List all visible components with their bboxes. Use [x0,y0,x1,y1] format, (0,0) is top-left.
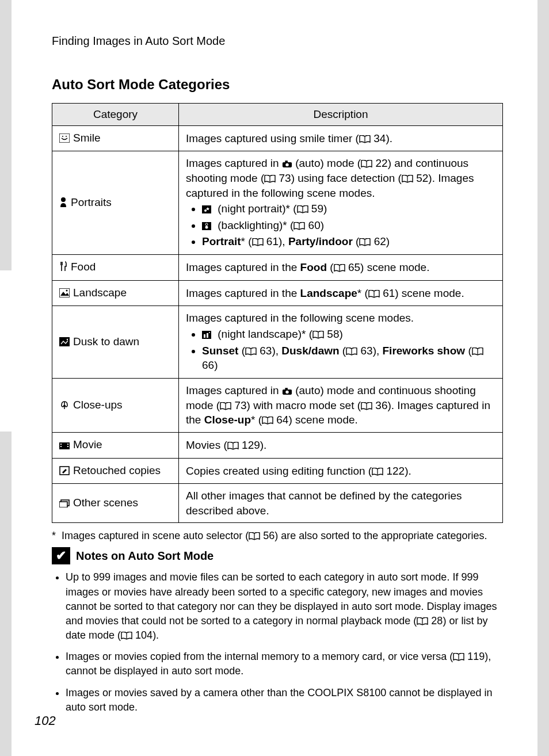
desc-dusk: Images captured in the following scene m… [179,306,503,379]
table-row: Food Images captured in the Food ( 65) s… [52,255,503,281]
cat-smile: Smile [52,125,179,151]
book-icon [293,222,305,230]
retouch-icon [59,464,70,479]
portrait-icon [59,196,67,211]
table-row: Dusk to dawn Images captured in the foll… [52,306,503,379]
book-icon [264,175,276,183]
desc-closeups: Images captured in (auto) mode and conti… [179,378,503,432]
svg-point-9 [204,209,207,212]
cat-portraits: Portraits [52,151,179,255]
book-icon [359,135,371,143]
list-item: Portrait* ( 61), Party/indoor ( 62) [202,234,495,249]
footnote: * Images captured in scene auto selector… [52,529,503,543]
notes-title: Notes on Auto Sort Mode [76,549,214,563]
section-title: Auto Sort Mode Categories [52,77,503,93]
cat-dusk: Dusk to dawn [52,306,179,379]
cat-food: Food [52,255,179,281]
book-icon [472,348,483,356]
landscape-icon [59,287,70,301]
camera-icon [282,161,292,168]
svg-rect-8 [202,205,211,213]
desc-other: All other images that cannot be defined … [179,484,503,523]
table-row: Smile Images captured using smile timer … [52,125,503,151]
svg-rect-19 [207,333,208,338]
cat-label: Smile [73,132,101,144]
book-icon [453,653,464,661]
list-item: Sunset ( 63), Dusk/dawn ( 63), Fireworks… [202,343,495,373]
svg-rect-22 [60,444,62,445]
svg-rect-13 [59,288,70,297]
svg-rect-28 [59,502,67,507]
book-icon [312,331,324,339]
book-icon [220,402,231,410]
book-icon [361,160,372,168]
note-item: Up to 999 images and movie files can be … [66,570,503,643]
book-icon [245,348,257,356]
list-item: (backlighting)* ( 60) [202,218,495,234]
cat-label: Food [71,261,96,273]
book-icon [417,617,428,625]
book-icon [346,348,357,356]
cat-label: Dusk to dawn [73,335,139,348]
desc-smile: Images captured using smile timer ( 34). [179,125,503,151]
book-icon [372,468,383,476]
camera-icon [282,388,292,395]
page-number: 102 [35,713,56,728]
cat-landscape: Landscape [52,280,179,306]
book-icon [262,417,273,425]
book-icon [334,264,345,272]
svg-point-16 [67,339,68,340]
svg-point-7 [61,197,66,202]
check-icon: ✔ [52,547,70,564]
night-portrait-icon [202,203,211,217]
other-icon [59,497,70,511]
svg-rect-23 [60,446,62,447]
book-icon [402,175,413,183]
food-icon [59,261,67,276]
book-icon [227,442,239,450]
th-description: Description [179,104,503,126]
closeup-icon [59,399,70,414]
book-icon [368,290,380,298]
notes-heading: ✔ Notes on Auto Sort Mode [52,547,503,564]
note-item: Images or movies saved by a camera other… [66,686,503,715]
svg-point-5 [62,136,63,137]
svg-rect-4 [59,133,70,143]
list-item: (night portrait)* ( 59) [202,201,495,217]
side-tab [0,270,12,432]
table-row: Landscape Images captured in the Landsca… [52,280,503,306]
running-head: Finding Images in Auto Sort Mode [52,35,503,48]
book-icon [249,532,260,540]
svg-rect-25 [67,446,68,447]
table-row: Portraits Images captured in (auto) mode… [52,151,503,255]
cat-closeups: Close-ups [52,378,179,432]
desc-retouched: Copies created using editing function ( … [179,458,503,484]
smile-icon [59,132,70,147]
desc-landscape: Images captured in the Landscape* ( 61) … [179,280,503,306]
cat-other: Other scenes [52,484,179,523]
page-content: Finding Images in Auto Sort Mode Auto So… [12,0,537,756]
cat-retouched: Retouched copies [52,458,179,484]
svg-rect-15 [59,337,70,346]
svg-point-20 [209,332,210,333]
svg-point-6 [66,136,67,137]
svg-point-11 [205,226,208,228]
table-row: Retouched copies Copies created using ed… [52,458,503,484]
cat-label: Retouched copies [73,464,161,476]
movie-icon [59,438,70,453]
svg-rect-18 [204,334,205,338]
cat-label: Portraits [71,196,112,208]
night-landscape-icon [202,328,211,343]
notes-block: ✔ Notes on Auto Sort Mode Up to 999 imag… [52,547,503,721]
desc-movie: Movies ( 129). [179,432,503,458]
table-row: Close-ups Images captured in (auto) mode… [52,378,503,432]
table-row: Other scenes All other images that canno… [52,484,503,523]
categories-table: Category Description Smile Images captur… [52,103,503,523]
cat-label: Landscape [73,287,127,299]
book-icon [361,402,372,410]
backlighting-icon [202,219,211,234]
cat-label: Other scenes [73,497,138,509]
book-icon [121,632,132,640]
table-row: Movie Movies ( 129). [52,432,503,458]
cat-label: Close-ups [73,399,123,411]
